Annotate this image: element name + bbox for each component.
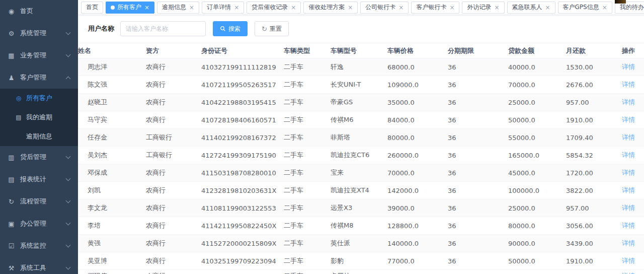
tab-label: 客户GPS信息 (563, 3, 599, 12)
close-icon[interactable]: × (348, 5, 353, 11)
cell-funder: 农商行 (146, 111, 201, 129)
sidebar-menu-item[interactable]: ⚒ 系统工具 (0, 257, 78, 274)
close-icon[interactable]: × (545, 5, 550, 11)
tab[interactable]: 公司银行卡 × (360, 2, 409, 14)
cell-vehicle-type: 二手车 (284, 76, 331, 94)
customers-table: 姓名 资方 身份证号 车辆类型 车辆型号 车辆价格 分期期限 贷款金额 (78, 43, 644, 270)
close-icon[interactable]: × (602, 5, 607, 11)
cell-vehicle-model: 轩逸 (331, 58, 387, 76)
chevron-down-icon (66, 220, 71, 225)
detail-link[interactable]: 详情 (622, 239, 635, 247)
cell-vehicle-price: 70000.0 (387, 164, 448, 182)
sidebar-submenu-item[interactable]: 逾期信息 (0, 127, 78, 146)
column-header: 分期期限 (448, 43, 508, 58)
tab[interactable]: 所有客户 × (106, 2, 154, 14)
cell-loan-amount: 165000.0 (508, 147, 566, 164)
cell-monthly-payment: 3822.00 (566, 182, 621, 199)
tab[interactable]: 客户银行卡 × (411, 2, 459, 14)
reset-button[interactable]: ↻ 重置 (255, 21, 289, 36)
sidebar-item-label: 报表统计 (20, 175, 66, 184)
cell-vehicle-price: 140000.0 (387, 235, 448, 252)
customer-name-input[interactable] (120, 21, 206, 36)
column-header: 贷款金额 (508, 43, 566, 58)
cell-name: 翟现伟 (78, 271, 146, 274)
cell-vehicle-type: 二手车 (284, 111, 331, 129)
tab[interactable]: 催收处理方案 × (303, 2, 358, 14)
tab[interactable]: 订单详情 × (202, 2, 244, 14)
tab[interactable]: 逾期信息 × (157, 2, 199, 14)
tab-label: 首页 (86, 3, 98, 12)
cell-vehicle-price: 77000.0 (387, 252, 448, 270)
close-icon[interactable]: × (449, 5, 454, 11)
cell-id-number: 410422198803195415 (201, 94, 284, 111)
sidebar-menu-item[interactable]: ⚙ 系统管理 (0, 22, 78, 44)
chevron-down-icon (66, 76, 71, 81)
cell-vehicle-type: 二手车 (284, 235, 331, 252)
tab-label: 贷后催收记录 (252, 3, 288, 12)
detail-link[interactable]: 详情 (622, 81, 635, 88)
sidebar-menu-item[interactable]: ♟ 客户管理 (0, 66, 78, 89)
sidebar-menu-item[interactable]: ↻ 流程管理 (0, 190, 78, 213)
cell-vehicle-model: 传祺M6 (331, 111, 387, 129)
cell-monthly-payment: 3439.00 (566, 235, 621, 252)
close-icon[interactable]: × (189, 5, 194, 11)
detail-link[interactable]: 详情 (622, 186, 635, 194)
cell-name: 吴亚博 (78, 252, 146, 270)
cell-vehicle-type: 二手车 (284, 182, 331, 199)
detail-link[interactable]: 详情 (622, 133, 635, 141)
cell-vehicle-type: 二手车 (284, 164, 331, 182)
tab[interactable]: 贷后催收记录 × (247, 2, 301, 14)
detail-link[interactable]: 详情 (622, 151, 635, 159)
cell-id-number: 410327199111112819 (201, 58, 284, 76)
sidebar-menu-item[interactable]: ▤ 报表统计 (0, 168, 78, 190)
cell-loan-amount: 90000.0 (508, 235, 566, 252)
tab[interactable]: 外访记录 × (462, 2, 504, 14)
chevron-down-icon (66, 264, 71, 269)
cell-funder: 农商行 (146, 94, 201, 111)
cell-vehicle-type: 二手车 (284, 252, 331, 270)
sidebar-menu-item[interactable]: ▥ 贷后管理 (0, 146, 78, 168)
sidebar-menu-item[interactable]: ◉ 首页 (0, 0, 78, 22)
cell-monthly-payment: 3056.00 (566, 217, 621, 235)
cell-loan-amount: 40000.0 (508, 58, 566, 76)
detail-link[interactable]: 详情 (622, 169, 635, 176)
cell-id-number: 410325199709223094 (201, 252, 284, 270)
detail-link[interactable]: 详情 (622, 222, 635, 229)
tab[interactable]: 首页 (81, 2, 103, 14)
search-button[interactable]: 搜索 (213, 21, 248, 36)
cell-term: 36 (448, 94, 508, 111)
cell-vehicle-model: 凯迪拉克CT6 (331, 147, 387, 164)
detail-link[interactable]: 详情 (622, 63, 635, 71)
cell-name: 黄强 (78, 235, 146, 252)
sidebar-menu-item[interactable]: ☑ 系统监控 (0, 235, 78, 257)
table-row: 任存金 工商银行 411402199208167372 二手车 菲斯塔 8000… (78, 129, 644, 147)
detail-link[interactable]: 详情 (622, 98, 635, 106)
detail-link[interactable]: 详情 (622, 116, 635, 123)
close-icon[interactable]: × (398, 5, 404, 11)
close-icon[interactable]: × (494, 5, 499, 11)
sidebar-submenu-item[interactable]: ▤ 我的逾期 (0, 108, 78, 127)
close-icon[interactable]: × (144, 5, 149, 11)
post-loan-icon: ▥ (7, 154, 16, 161)
cell-vehicle-model: 长安UNI-T (331, 76, 387, 94)
sidebar-submenu-item[interactable]: ◎ 所有客户 (0, 89, 78, 108)
cell-vehicle-price: 39000.0 (387, 199, 448, 217)
detail-link[interactable]: 详情 (622, 257, 635, 264)
cell-loan-amount: 55000.0 (508, 129, 566, 147)
close-icon[interactable]: × (234, 5, 239, 11)
sidebar: ◉ 首页 ⚙ 系统管理 ▦ 业务管理 ♟ 客 (0, 0, 78, 274)
sidebar-item-label: 系统监控 (20, 241, 66, 250)
all-customers-icon: ◎ (15, 95, 22, 102)
tab-label: 公司银行卡 (365, 3, 395, 12)
tab[interactable]: 客户GPS信息 × (558, 2, 612, 14)
cell-loan-amount: 100000.0 (508, 182, 566, 199)
cell-term: 36 (448, 76, 508, 94)
tab-label: 催收处理方案 (308, 3, 345, 12)
sidebar-menu-item[interactable]: ▣ 办公管理 (0, 213, 78, 235)
detail-link[interactable]: 详情 (621, 271, 644, 274)
sidebar-menu-item[interactable]: ▦ 业务管理 (0, 44, 78, 66)
tab[interactable]: 紧急联系人 × (507, 2, 555, 14)
close-icon[interactable]: × (291, 5, 296, 11)
detail-link[interactable]: 详情 (622, 204, 635, 212)
cell-vehicle-model: 英仕派 (331, 235, 387, 252)
